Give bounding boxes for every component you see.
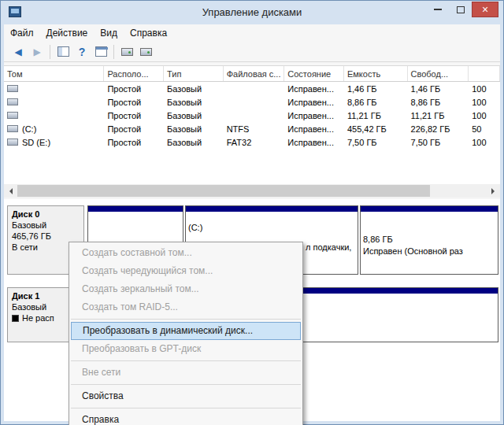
column-volume[interactable]: Том (4, 66, 104, 81)
scroll-right-icon (491, 188, 498, 194)
cell-status: Исправен... (284, 82, 344, 95)
menu-file[interactable]: Файл (4, 24, 40, 42)
cell-free: 1,46 ГБ (408, 82, 469, 95)
back-button[interactable]: ◀ (9, 43, 28, 61)
column-pct-free[interactable] (469, 66, 500, 81)
menu-item-help[interactable]: Справка (69, 411, 302, 425)
volume-name: (C:) (22, 124, 36, 134)
partition-strip (88, 206, 183, 213)
minimize-button[interactable] (426, 2, 449, 17)
cell-filesystem: FAT32 (224, 135, 285, 149)
menu-item-properties[interactable]: Свойства (69, 387, 302, 405)
help-button[interactable]: ? (72, 43, 91, 61)
column-filesystem[interactable]: Файловая с... (224, 66, 285, 81)
cell-layout: Простой (104, 135, 164, 149)
forward-button[interactable]: ▶ (28, 43, 46, 61)
close-button[interactable]: × (472, 2, 498, 17)
volume-icon (7, 139, 18, 146)
cell-layout: Простой (104, 95, 164, 109)
menu-item-create-striped-volume: Создать чередующийся том... (69, 262, 302, 280)
partition-status: Исправен (Основной раз (363, 246, 463, 256)
volume-icon (7, 85, 18, 92)
menu-item-create-mirrored-volume: Создать зеркальный том... (69, 280, 302, 298)
column-capacity[interactable]: Емкость (344, 66, 408, 81)
column-layout[interactable]: Располо... (104, 66, 164, 81)
disk0-partition-3[interactable]: 8,86 ГБ Исправен (Основной раз (360, 205, 498, 275)
toolbar-separator (50, 45, 50, 59)
cell-pct-free: 100 (469, 95, 500, 109)
volume-icon (7, 125, 18, 132)
refresh-button[interactable] (117, 43, 136, 61)
menu-separator (71, 384, 301, 385)
disk0-status: В сети (12, 242, 38, 252)
menu-separator (71, 360, 301, 361)
cell-pct-free: 100 (469, 135, 500, 149)
disk1-legend: Не расп (12, 313, 54, 323)
cell-layout: Простой (104, 122, 164, 135)
cell-volume (4, 82, 104, 95)
menu-item-convert-to-gpt-disk: Преобразовать в GPT-диск (69, 340, 302, 358)
volume-list: Том Располо... Тип Файловая с... Состоян… (4, 65, 500, 184)
column-type[interactable]: Тип (164, 66, 224, 81)
disk1-name: Диск 1 (12, 291, 39, 301)
cell-free: 7,50 ГБ (408, 135, 469, 149)
cell-volume (4, 109, 104, 122)
titlebar[interactable]: Управление дисками × (1, 1, 503, 24)
menu-item-convert-to-dynamic-disk[interactable]: Преобразовать в динамический диск... (71, 322, 301, 340)
table-row[interactable]: Простой Базовый Исправен... 8,86 ГБ 8,86… (4, 95, 500, 109)
partition-label: (C:) (188, 223, 202, 232)
back-icon: ◀ (14, 46, 21, 57)
cell-filesystem (224, 95, 285, 109)
menu-item-create-raid5-volume: Создать том RAID-5... (69, 298, 302, 316)
disk-management-window: Управление дисками × Файл Действие Вид С… (0, 0, 504, 425)
cell-status: Исправен... (284, 135, 344, 149)
menu-separator (71, 408, 301, 408)
cell-free: 8,86 ГБ (408, 95, 469, 109)
scroll-left-icon (6, 188, 13, 194)
menu-separator (71, 319, 301, 320)
menu-help[interactable]: Справка (124, 24, 173, 42)
menu-item-create-spanned-volume: Создать составной том... (69, 244, 302, 262)
forward-icon: ▶ (33, 46, 40, 57)
scroll-left-button[interactable] (4, 184, 17, 198)
export-list-icon (95, 46, 107, 57)
cell-pct-free: 100 (469, 82, 500, 95)
cell-type: Базовый (164, 135, 224, 149)
console-tree-button[interactable] (54, 43, 72, 61)
context-menu: Создать составной том... Создать чередую… (69, 242, 303, 425)
rescan-disks-button[interactable] (136, 43, 155, 61)
column-free[interactable]: Свобод... (408, 66, 469, 81)
disk0-name: Диск 0 (12, 209, 39, 219)
volume-icon (7, 112, 18, 119)
menu-action[interactable]: Действие (40, 24, 94, 42)
cell-type: Базовый (164, 109, 224, 122)
table-row[interactable]: Простой Базовый Исправен... 11,21 ГБ 11,… (4, 109, 500, 122)
rescan-disks-icon (140, 48, 152, 56)
close-icon: × (482, 4, 488, 15)
cell-status: Исправен... (284, 109, 344, 122)
maximize-button[interactable] (449, 2, 472, 17)
partition-strip (361, 206, 498, 213)
table-row[interactable]: (C:) Простой Базовый NTFS Исправен... 45… (4, 122, 500, 135)
minimize-icon (434, 9, 442, 10)
scrollbar-thumb[interactable] (17, 185, 430, 197)
partition-size: 8,86 ГБ (363, 235, 393, 244)
column-status[interactable]: Состояние (284, 66, 344, 81)
cell-volume: (C:) (4, 122, 104, 135)
refresh-icon (121, 48, 133, 56)
scroll-right-button[interactable] (487, 184, 500, 198)
toolbar-separator (113, 45, 114, 59)
table-row[interactable]: Простой Базовый Исправен... 1,46 ГБ 1,46… (4, 82, 500, 95)
table-row[interactable]: SD (E:) Простой Базовый FAT32 Исправен..… (4, 135, 500, 149)
menu-view[interactable]: Вид (94, 24, 124, 42)
volume-icon (7, 98, 18, 105)
disk1-legend-label: Не расп (22, 313, 54, 323)
export-list-button[interactable] (91, 43, 110, 61)
cell-type: Базовый (164, 82, 224, 95)
cell-volume: SD (E:) (4, 135, 104, 149)
horizontal-scrollbar[interactable] (4, 184, 500, 198)
help-icon: ? (79, 46, 86, 58)
menu-bar: Файл Действие Вид Справка (4, 24, 500, 42)
cell-status: Исправен... (284, 122, 344, 135)
toolbar: ◀ ▶ ? (4, 42, 500, 62)
